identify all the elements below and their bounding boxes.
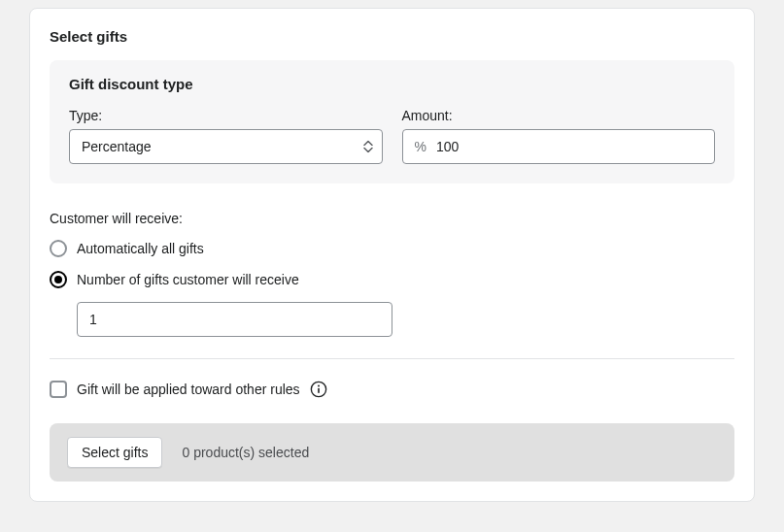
number-input-wrap xyxy=(77,302,392,337)
info-icon[interactable] xyxy=(310,381,327,398)
number-input-container xyxy=(77,302,734,337)
radio-icon xyxy=(50,240,67,257)
type-label: Type: xyxy=(69,108,383,123)
radio-number-label: Number of gifts customer will receive xyxy=(77,272,299,287)
apply-toward-rules-row[interactable]: Gift will be applied toward other rules xyxy=(50,381,734,398)
amount-input-wrap: % xyxy=(402,129,716,164)
number-of-gifts-input[interactable] xyxy=(78,303,392,336)
divider xyxy=(50,358,734,359)
select-gifts-button[interactable]: Select gifts xyxy=(67,437,162,468)
checkbox-icon xyxy=(50,381,67,398)
select-gifts-card: Select gifts Gift discount type Type: Pe… xyxy=(29,8,755,502)
radio-icon xyxy=(50,271,67,288)
radio-all-label: Automatically all gifts xyxy=(77,241,204,256)
panel-title: Gift discount type xyxy=(69,76,715,92)
svg-rect-2 xyxy=(318,388,320,393)
type-select-value: Percentage xyxy=(82,139,152,154)
customer-receive-label: Customer will receive: xyxy=(50,211,734,226)
radio-all-gifts[interactable]: Automatically all gifts xyxy=(50,240,734,257)
type-select[interactable]: Percentage xyxy=(69,129,383,164)
amount-input[interactable] xyxy=(436,130,714,163)
card-title: Select gifts xyxy=(50,28,734,45)
apply-toward-rules-label: Gift will be applied toward other rules xyxy=(77,382,300,397)
type-col: Type: Percentage xyxy=(69,108,383,164)
amount-label: Amount: xyxy=(402,108,716,123)
amount-col: Amount: % xyxy=(402,108,716,164)
amount-prefix: % xyxy=(403,139,436,154)
discount-row: Type: Percentage Amount: % xyxy=(69,108,715,164)
gift-discount-panel: Gift discount type Type: Percentage Amou… xyxy=(50,60,734,183)
svg-point-1 xyxy=(318,384,320,386)
radio-number-gifts[interactable]: Number of gifts customer will receive xyxy=(50,271,734,288)
selected-count-text: 0 product(s) selected xyxy=(182,445,309,460)
footer-panel: Select gifts 0 product(s) selected xyxy=(50,423,734,482)
type-select-wrap: Percentage xyxy=(69,129,383,164)
